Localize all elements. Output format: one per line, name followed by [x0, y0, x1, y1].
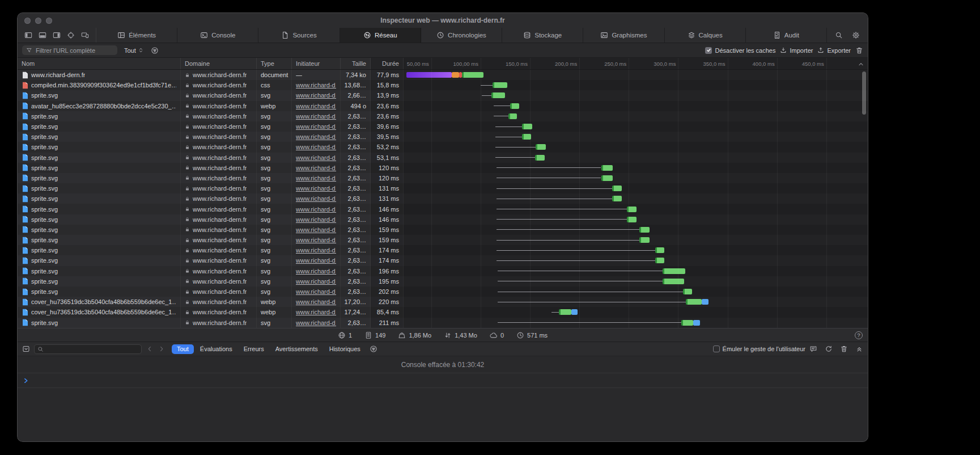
initiator-link[interactable]: www.richard-d… [296, 247, 336, 254]
column-header-domaine[interactable]: Domaine [181, 58, 257, 69]
clear-console-icon[interactable] [825, 345, 833, 353]
cell-domain: www.richard-dern.fr [181, 121, 257, 132]
network-request-row[interactable]: sprite.svgwww.richard-dern.frsvgwww.rich… [18, 276, 868, 287]
network-request-row[interactable]: sprite.svgwww.richard-dern.frsvgwww.rich… [18, 204, 868, 214]
initiator-link[interactable]: www.richard-d… [296, 257, 336, 264]
network-request-row[interactable]: sprite.svgwww.richard-dern.frsvgwww.rich… [18, 173, 868, 183]
url-filter-input[interactable]: Filtrer l'URL complète [22, 45, 117, 55]
tab-graphics[interactable]: Graphismes [583, 28, 664, 43]
network-request-row[interactable]: cover_hu736519dc3b5040cfa48b6b559b6de6ec… [18, 307, 868, 317]
console-messages-icon[interactable] [809, 345, 817, 353]
resource-type-select[interactable]: Tout [122, 47, 146, 54]
tab-storage[interactable]: Stockage [502, 28, 583, 43]
column-header-taille[interactable]: Taille [341, 58, 371, 69]
network-request-row[interactable]: compiled.min.38390909f303624ed9e1cf1bd3f… [18, 80, 868, 90]
disable-caches-checkbox[interactable]: Désactiver les caches [705, 47, 775, 54]
emulate-user-gesture-checkbox[interactable]: Émuler le geste de l'utilisateur [713, 346, 805, 352]
column-header-initiateur[interactable]: Initiateur [292, 58, 341, 69]
initiator-link[interactable]: www.richard-d… [296, 206, 336, 213]
tab-elements[interactable]: Éléments [96, 28, 177, 43]
collapse-timeline-chevron-icon[interactable] [857, 60, 865, 68]
network-request-row[interactable]: sprite.svgwww.richard-dern.frsvgwww.rich… [18, 111, 868, 121]
network-request-row[interactable]: sprite.svgwww.richard-dern.frsvgwww.rich… [18, 266, 868, 276]
svg-file-icon [22, 133, 28, 141]
initiator-link[interactable]: www.richard-d… [296, 185, 336, 192]
next-result-icon[interactable] [158, 345, 166, 353]
close-window-button[interactable] [24, 18, 31, 24]
console-tab-avertissements[interactable]: Avertissements [270, 344, 323, 354]
network-request-row[interactable]: sprite.svgwww.richard-dern.frsvgwww.rich… [18, 121, 868, 132]
column-header-nom[interactable]: Nom [18, 58, 181, 69]
network-request-row[interactable]: sprite.svgwww.richard-dern.frsvgwww.rich… [18, 318, 868, 328]
tab-network[interactable]: Réseau [340, 28, 421, 43]
network-request-row[interactable]: sprite.svgwww.richard-dern.frsvgwww.rich… [18, 183, 868, 193]
tab-layers[interactable]: Calques [665, 28, 746, 43]
network-request-row[interactable]: cover_hu736519dc3b5040cfa48b6b559b6de6ec… [18, 297, 868, 307]
zoom-window-button[interactable] [46, 18, 52, 24]
filter-options-icon[interactable] [151, 47, 159, 54]
initiator-link[interactable]: www.richard-d… [296, 92, 336, 99]
initiator-link[interactable]: www.richard-d… [296, 113, 336, 120]
minimize-window-button[interactable] [35, 18, 41, 24]
initiator-link[interactable]: www.richard-d… [296, 82, 336, 89]
network-request-row[interactable]: sprite.svgwww.richard-dern.frsvgwww.rich… [18, 90, 868, 100]
console-tab-historiques[interactable]: Historiques [324, 344, 366, 354]
console-prompt[interactable] [18, 373, 868, 388]
network-request-row[interactable]: www.richard-dern.frwww.richard-dern.frdo… [18, 70, 868, 80]
initiator-link[interactable]: www.richard-d… [296, 133, 336, 140]
initiator-link[interactable]: www.richard-d… [296, 123, 336, 130]
network-request-row[interactable]: sprite.svgwww.richard-dern.frsvgwww.rich… [18, 214, 868, 225]
initiator-link[interactable]: www.richard-d… [296, 144, 336, 150]
initiator-link[interactable]: www.richard-d… [296, 298, 336, 305]
network-request-row[interactable]: sprite.svgwww.richard-dern.frsvgwww.rich… [18, 193, 868, 204]
network-request-row[interactable]: sprite.svgwww.richard-dern.frsvgwww.rich… [18, 153, 868, 163]
trash-icon[interactable] [840, 345, 848, 353]
tab-audit[interactable]: Audit [746, 28, 827, 43]
console-tab-évaluations[interactable]: Évaluations [195, 344, 237, 354]
export-button[interactable]: Exporter [817, 47, 851, 54]
initiator-link[interactable]: www.richard-d… [296, 103, 336, 109]
tab-console[interactable]: Console [177, 28, 258, 43]
initiator-link[interactable]: www.richard-d… [296, 165, 336, 171]
expand-console-icon[interactable] [855, 345, 863, 353]
console-tab-tout[interactable]: Tout [172, 344, 194, 354]
graphics-tab-icon [600, 31, 608, 39]
tab-sources[interactable]: Sources [258, 28, 340, 43]
network-request-row[interactable]: sprite.svgwww.richard-dern.frsvgwww.rich… [18, 235, 868, 245]
previous-result-icon[interactable] [146, 345, 154, 353]
clear-network-trash-icon[interactable] [855, 47, 863, 54]
settings-gear-icon[interactable] [852, 31, 860, 39]
console-search-input[interactable] [34, 344, 142, 354]
network-request-row[interactable]: sprite.svgwww.richard-dern.frsvgwww.rich… [18, 255, 868, 266]
help-button[interactable]: ? [855, 331, 863, 339]
initiator-link[interactable]: www.richard-d… [296, 226, 336, 233]
initiator-link[interactable]: www.richard-d… [296, 319, 336, 326]
initiator-link[interactable]: www.richard-d… [296, 309, 336, 315]
console-tab-erreurs[interactable]: Erreurs [239, 344, 269, 354]
initiator-link[interactable]: www.richard-d… [296, 288, 336, 295]
initiator-link[interactable]: www.richard-d… [296, 268, 336, 275]
console-filter-options-icon[interactable] [370, 345, 377, 353]
vertical-scrollbar[interactable] [862, 71, 866, 115]
network-request-row[interactable]: sprite.svgwww.richard-dern.frsvgwww.rich… [18, 132, 868, 142]
network-request-row[interactable]: sprite.svgwww.richard-dern.frsvgwww.rich… [18, 287, 868, 297]
network-request-row[interactable]: sprite.svgwww.richard-dern.frsvgwww.rich… [18, 163, 868, 173]
initiator-link[interactable]: www.richard-d… [296, 175, 336, 182]
import-button[interactable]: Importer [780, 47, 813, 54]
audit-tab-icon [773, 31, 781, 39]
column-header-durée[interactable]: Durée [371, 58, 404, 69]
initiator-link[interactable]: www.richard-d… [296, 154, 336, 161]
network-request-row[interactable]: avatar_hu85ecc3e298728880b0bde2dcc4e5c23… [18, 101, 868, 111]
tab-timelines[interactable]: Chronologies [421, 28, 502, 43]
network-request-row[interactable]: sprite.svgwww.richard-dern.frsvgwww.rich… [18, 142, 868, 152]
search-icon[interactable] [835, 31, 843, 39]
cell-size: 2,63… [341, 266, 371, 276]
network-request-row[interactable]: sprite.svgwww.richard-dern.frsvgwww.rich… [18, 245, 868, 255]
column-header-type[interactable]: Type [257, 58, 292, 69]
console-scope-icon[interactable] [22, 345, 30, 353]
initiator-link[interactable]: www.richard-d… [296, 195, 336, 202]
initiator-link[interactable]: www.richard-d… [296, 216, 336, 223]
network-request-row[interactable]: sprite.svgwww.richard-dern.frsvgwww.rich… [18, 225, 868, 235]
initiator-link[interactable]: www.richard-d… [296, 278, 336, 285]
initiator-link[interactable]: www.richard-d… [296, 237, 336, 243]
